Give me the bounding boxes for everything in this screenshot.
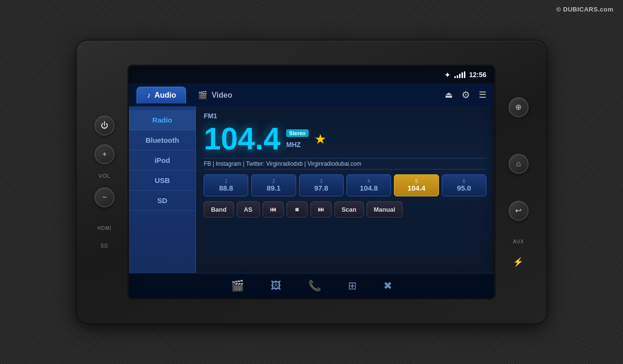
preset-2-freq: 89.1 — [254, 184, 293, 192]
as-button[interactable]: AS — [237, 201, 260, 217]
sidebar-item-ipod[interactable]: iPod — [129, 150, 196, 171]
preset-6[interactable]: 6 95.0 — [442, 174, 486, 196]
next-button[interactable]: ⏭ — [311, 201, 332, 217]
time-display: 12:56 — [469, 71, 486, 79]
back-icon: ↩ — [515, 206, 521, 215]
content-area: Radio Bluetooth iPod USB SD FM1 104.4 St… — [129, 106, 494, 273]
prev-button[interactable]: ⏮ — [263, 201, 284, 217]
home-icon: ⌂ — [516, 159, 521, 168]
nav-button[interactable]: ⊕ — [508, 97, 529, 117]
preset-2-number: 2 — [254, 179, 293, 184]
stereo-badge: Stereo — [286, 129, 308, 137]
preset-2[interactable]: 2 89.1 — [251, 174, 296, 196]
audio-icon: ♪ — [147, 91, 150, 100]
sidebar-item-sd[interactable]: SD — [129, 191, 196, 211]
presets-row: 1 88.8 2 89.1 3 97.8 4 104.8 — [204, 174, 486, 196]
preset-3-number: 3 — [301, 179, 341, 184]
video-label: Video — [211, 91, 232, 100]
preset-4-freq: 104.8 — [349, 184, 389, 192]
status-bar: ✦ 12:56 — [129, 66, 494, 83]
preset-6-number: 6 — [444, 179, 484, 184]
scan-button[interactable]: Scan — [335, 201, 364, 217]
station-info: FB | Instagram | Twitter: Virginradiodxb… — [204, 158, 486, 170]
radio-area: FM1 104.4 Stereo MHZ ★ FB | Instagram | … — [196, 106, 494, 273]
preset-5-number: 5 — [396, 179, 436, 184]
nav-video-icon[interactable]: 🎬 — [227, 276, 248, 296]
hdmi-label: HDMI — [97, 226, 112, 231]
menu-icon[interactable]: ☰ — [479, 90, 486, 100]
bottom-nav: 🎬 🖼 📞 ⊞ ✖ — [129, 273, 494, 298]
right-controls: ⊕ ⌂ ↩ AUX ⚡ — [505, 97, 532, 267]
signal-bar-4 — [461, 72, 463, 78]
signal-bars — [454, 71, 465, 78]
bluetooth-icon: ✦ — [444, 70, 450, 80]
preset-1-freq: 88.8 — [206, 184, 246, 192]
video-tab-icon: 🎬 — [198, 91, 208, 100]
equalizer-icon[interactable]: ⚙ — [461, 89, 470, 101]
mhz-label: MHZ — [286, 141, 308, 148]
nav-photo-icon[interactable]: 🖼 — [267, 276, 285, 296]
back-button[interactable]: ↩ — [508, 201, 529, 221]
home-button[interactable]: ⌂ — [508, 154, 529, 174]
watermark: © DUBICARS.com — [556, 6, 613, 13]
preset-4-number: 4 — [349, 179, 389, 184]
eject-icon[interactable]: ⏏ — [445, 90, 453, 100]
status-icons: ✦ 12:56 — [444, 70, 486, 80]
manual-button[interactable]: Manual — [367, 201, 403, 217]
favorite-star-icon[interactable]: ★ — [314, 131, 326, 147]
head-unit: ⏻ + VOL − HDMI SD ✦ — [77, 41, 546, 323]
sidebar: Radio Bluetooth iPod USB SD — [129, 106, 196, 273]
stop-icon: ■ — [295, 205, 299, 213]
prev-icon: ⏮ — [270, 205, 277, 213]
band-button[interactable]: Band — [204, 201, 234, 217]
preset-6-freq: 95.0 — [444, 184, 484, 192]
signal-bar-1 — [454, 76, 456, 78]
tab-bar: ♪ Audio 🎬 Video ⏏ ⚙ ☰ — [129, 83, 494, 106]
sidebar-item-bluetooth[interactable]: Bluetooth — [129, 130, 196, 150]
preset-3[interactable]: 3 97.8 — [299, 174, 344, 196]
preset-1-number: 1 — [206, 179, 246, 184]
tab-icons: ⏏ ⚙ ☰ — [445, 89, 486, 101]
preset-3-freq: 97.8 — [301, 184, 341, 192]
nav-settings-icon[interactable]: ✖ — [380, 276, 396, 296]
controls-row: Band AS ⏮ ■ ⏭ Scan Manual — [204, 201, 486, 217]
main-screen: ✦ 12:56 ♪ Audio 🎬 Video — [127, 65, 496, 299]
signal-bar-5 — [464, 71, 465, 78]
nav-phone-icon[interactable]: 📞 — [304, 276, 325, 296]
frequency-display: 104.4 — [204, 124, 280, 154]
signal-bar-2 — [457, 75, 458, 78]
left-controls: ⏻ + VOL − HDMI SD — [91, 115, 118, 249]
power-button[interactable]: ⏻ — [94, 115, 115, 136]
frequency-row: 104.4 Stereo MHZ ★ — [204, 124, 486, 154]
preset-1[interactable]: 1 88.8 — [204, 174, 248, 196]
preset-4[interactable]: 4 104.8 — [346, 174, 391, 196]
compass-icon: ⊕ — [515, 102, 521, 112]
usb-label: ⚡ — [513, 257, 524, 267]
power-icon: ⏻ — [101, 121, 108, 130]
sidebar-item-usb[interactable]: USB — [129, 171, 196, 191]
preset-5[interactable]: 5 104.4 — [394, 174, 438, 196]
sidebar-item-radio[interactable]: Radio — [129, 110, 196, 130]
preset-5-freq: 104.4 — [396, 184, 436, 192]
nav-apps-icon[interactable]: ⊞ — [344, 276, 360, 296]
tab-video[interactable]: 🎬 Video — [188, 86, 242, 103]
aux-label: AUX — [513, 239, 524, 244]
vol-label: VOL — [99, 173, 111, 179]
signal-bar-3 — [459, 74, 461, 78]
next-icon: ⏭ — [318, 205, 324, 213]
stop-button[interactable]: ■ — [287, 201, 308, 217]
vol-up-icon: + — [102, 150, 106, 159]
band-label: FM1 — [204, 112, 486, 120]
sd-slot-label: SD — [101, 243, 108, 249]
tab-audio[interactable]: ♪ Audio — [137, 87, 186, 103]
audio-label: Audio — [154, 91, 176, 100]
vol-down-icon: − — [102, 193, 106, 202]
vol-up-button[interactable]: + — [94, 144, 115, 164]
vol-down-button[interactable]: − — [94, 187, 115, 207]
